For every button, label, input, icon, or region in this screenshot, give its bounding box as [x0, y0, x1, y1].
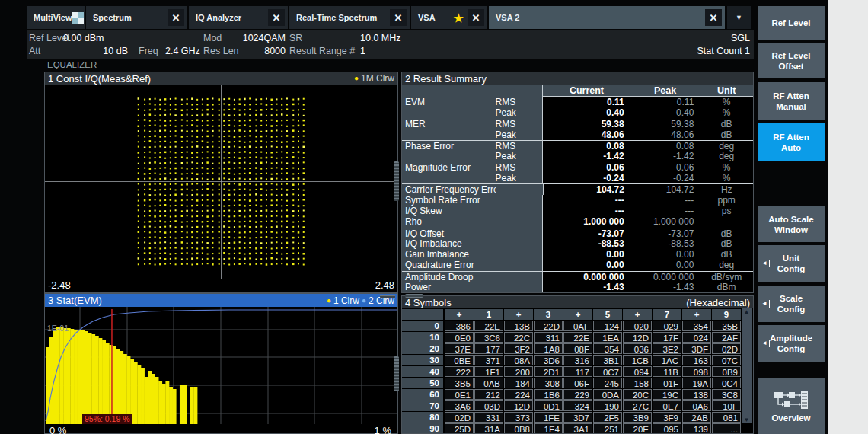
- result-row-i-q-offset: I/Q Offset-73.07-73.07dB: [402, 228, 753, 238]
- percentile-marker-label: 95%: 0.19 %: [82, 414, 132, 424]
- symbols-row-label: 70: [402, 400, 443, 411]
- vertical-splitter-handle[interactable]: [394, 161, 399, 201]
- result-summary-window[interactable]: 2 Result Summary Current Peak Unit EVMRM…: [401, 72, 754, 293]
- symbol-cell: 354: [682, 321, 711, 331]
- symbol-cell: 01F: [653, 378, 681, 388]
- trace1-label: 1 Clrw: [333, 295, 359, 306]
- stat-evm-header[interactable]: 3 Stat(EVM) ● 1 Clrw ● 2 Clrw: [45, 294, 397, 307]
- vertical-splitter-handle[interactable]: [394, 356, 399, 391]
- symbols-window[interactable]: 4 Symbols (Hexadecimal) +1+3+5+7+9038622…: [401, 295, 754, 434]
- softkey-label: Scale Config: [777, 293, 805, 314]
- horizontal-splitter-handle[interactable]: [405, 294, 423, 298]
- const-x-axis: -2.48 2.48: [45, 279, 397, 294]
- symbol-cell: 27C: [623, 400, 652, 411]
- symbol-cell: 229: [563, 389, 592, 400]
- result-cell-cur: 0.06: [542, 162, 630, 173]
- result-cell-name: [402, 129, 495, 140]
- stat-evm-title: 3 Stat(EVM): [48, 295, 102, 306]
- result-cell-sub: [495, 249, 542, 260]
- result-cell-cur: 0.40: [542, 107, 630, 118]
- att-label: Att: [29, 46, 40, 56]
- softkey-ref-level-offset[interactable]: Ref Level Offset: [758, 43, 825, 78]
- scroll-up-icon[interactable]: ▲: [744, 308, 750, 315]
- symbols-col-header: 3: [534, 309, 563, 320]
- constellation-plot[interactable]: [45, 85, 397, 279]
- scroll-down-icon[interactable]: ▼: [744, 416, 750, 423]
- softkey-ref-level[interactable]: Ref Level: [758, 6, 825, 40]
- result-cell-unit: ppm: [700, 195, 753, 206]
- symbol-cell: 200: [504, 366, 533, 377]
- symbol-cell: 308: [534, 378, 563, 388]
- softkey-rf-atten-auto[interactable]: RF Atten Auto: [758, 123, 825, 161]
- result-cell-pk: 0.08: [630, 141, 700, 151]
- symbols-row-60: 600E12122241B62290DA20C19C1383C8: [402, 389, 753, 400]
- freq-label: Freq: [139, 46, 158, 56]
- symbol-cell: 3C8: [712, 389, 741, 400]
- symbol-cell: 3A1: [563, 423, 592, 434]
- symbol-cell: 0E7: [653, 400, 681, 411]
- stat-evm-plot[interactable]: 1E-01 95%: 0.19 %: [45, 307, 397, 424]
- symbol-cell: 1A8: [534, 343, 563, 354]
- channel-settings-bar[interactable]: Ref Level 0.00 dBm Mod 1024QAM SR 10.0 M…: [27, 30, 754, 59]
- result-summary-header[interactable]: 2 Result Summary: [402, 72, 753, 85]
- symbol-cell: 2AB: [682, 412, 711, 423]
- result-cell-sub: RMS: [495, 119, 542, 129]
- symbol-cell: 0AF: [563, 321, 592, 331]
- symbols-header[interactable]: 4 Symbols (Hexadecimal): [402, 296, 753, 308]
- close-tab-icon-iq-analyzer[interactable]: ✕: [268, 9, 285, 26]
- result-row-i-q-imbalance: I/Q Imbalance-88.53-88.53dB: [402, 238, 753, 249]
- tab-label: MultiView: [34, 13, 72, 22]
- result-cell-unit: dB: [700, 238, 753, 249]
- result-row-magnitude-error: Magnitude ErrorRMS0.060.06%: [402, 162, 753, 173]
- symbol-cell: 35B: [712, 321, 741, 331]
- stat-evm-window[interactable]: 3 Stat(EVM) ● 1 Clrw ● 2 Clrw 1E-01 95%:…: [44, 293, 398, 434]
- close-tab-icon-vsa[interactable]: ✕: [468, 9, 484, 26]
- result-cell-name: Gain Imbalance: [402, 249, 495, 260]
- x-left-label: 0 %: [49, 425, 66, 434]
- symbols-header-row: +1+3+5+7+9: [402, 309, 753, 320]
- chevron-down-icon: ▼: [736, 14, 742, 21]
- softkey-unit-config[interactable]: ◄Unit Config: [758, 245, 825, 282]
- result-header-unit: Unit: [700, 85, 753, 97]
- tab-real-time-spectrum[interactable]: Real-Time Spectrum✕: [289, 6, 410, 29]
- tab-spectrum[interactable]: Spectrum✕: [86, 6, 187, 29]
- horizontal-splitter-handle[interactable]: [380, 295, 395, 298]
- tab-vsa[interactable]: VSA★✕: [411, 6, 487, 29]
- const-iq-window-header[interactable]: 1 Const I/Q(Meas&Ref) ● 1M Clrw: [45, 72, 397, 85]
- symbol-cell: 0C4: [712, 378, 741, 388]
- const-iq-window[interactable]: 1 Const I/Q(Meas&Ref) ● 1M Clrw -2.48 2.…: [44, 72, 398, 293]
- tab-list-dropdown-button[interactable]: ▼: [727, 6, 751, 29]
- result-cell-pk: 1.000 000: [630, 216, 700, 227]
- symbols-scrollbar[interactable]: ▲ ▼: [742, 308, 752, 423]
- symbols-row-label: 80: [402, 412, 443, 423]
- symbol-cell: 0D1: [534, 400, 563, 411]
- tab-multiview[interactable]: MultiView: [27, 6, 85, 29]
- result-cell-cur: -73.07: [542, 228, 630, 238]
- softkey-scale-config[interactable]: ◄Scale Config: [758, 286, 825, 322]
- close-tab-icon-real-time-spectrum[interactable]: ✕: [390, 9, 407, 26]
- result-header-current: Current: [542, 85, 630, 97]
- symbol-cell: 177: [474, 343, 503, 354]
- softkey-rf-atten-manual[interactable]: RF Atten Manual: [758, 82, 825, 120]
- symbols-row-40: 402221F12002D11170C709411B0980B9: [402, 366, 753, 377]
- symbol-cell: 020: [623, 321, 652, 331]
- softkey-amplitude-config[interactable]: ◄Amplitude Config: [758, 325, 825, 362]
- symbols-col-header: +: [563, 309, 592, 320]
- close-tab-icon-spectrum[interactable]: ✕: [168, 9, 184, 26]
- tab-label: Spectrum: [93, 13, 132, 22]
- result-cell-pk: 0.11: [630, 97, 700, 107]
- result-cell-sub: Peak: [495, 129, 542, 140]
- result-cell-unit: deg: [700, 260, 753, 270]
- symbol-cell: 3B9: [623, 412, 652, 423]
- softkey-overview[interactable]: Overview: [758, 378, 825, 434]
- symbol-cell: 37E: [445, 343, 474, 354]
- tab-vsa-2[interactable]: VSA 2✕: [489, 6, 725, 29]
- symbol-cell: 1AC: [653, 355, 681, 365]
- close-tab-icon-vsa-2[interactable]: ✕: [705, 9, 722, 26]
- result-cell-pk: 0.40: [630, 107, 700, 118]
- symbols-row-30: 300BE37108A3D63163B11CB1AC16307C: [402, 355, 753, 365]
- multiview-grid-icon: [72, 12, 84, 24]
- tab-iq-analyzer[interactable]: IQ Analyzer✕: [189, 6, 288, 29]
- softkey-auto-scale-window[interactable]: Auto Scale Window: [758, 206, 825, 242]
- result-cell-cur: -88.53: [542, 238, 630, 249]
